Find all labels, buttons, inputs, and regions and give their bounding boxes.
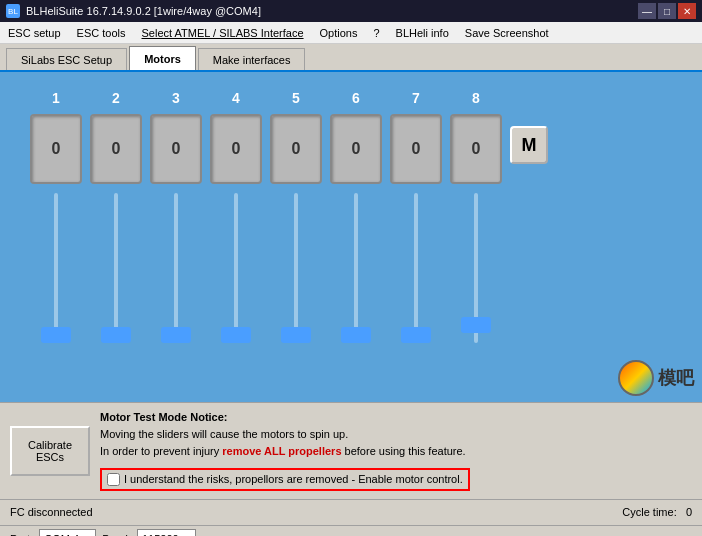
notice-title: Motor Test Mode Notice: bbox=[100, 411, 692, 423]
motor-7-slider-container bbox=[390, 188, 442, 348]
minimize-button[interactable]: — bbox=[638, 3, 656, 19]
enable-motor-checkbox[interactable] bbox=[107, 473, 120, 486]
notice-line2-warning: remove ALL propellers bbox=[222, 445, 341, 457]
motor-3-label: 3 bbox=[172, 90, 180, 106]
status-bar: FC disconnected Cycle time: 0 bbox=[0, 499, 702, 525]
tab-bar: SiLabs ESC Setup Motors Make interfaces bbox=[0, 44, 702, 72]
motor-5-display: 0 bbox=[270, 114, 322, 184]
connection-status: FC disconnected bbox=[10, 506, 93, 518]
motor-7-thumb[interactable] bbox=[401, 327, 431, 343]
motor-3-column: 3 0 bbox=[150, 90, 202, 348]
motor-7-column: 7 0 bbox=[390, 90, 442, 348]
motor-8-display: 0 bbox=[450, 114, 502, 184]
motor-2-display: 0 bbox=[90, 114, 142, 184]
enable-motor-label: I understand the risks, propellors are r… bbox=[124, 473, 463, 485]
motor-3-thumb[interactable] bbox=[161, 327, 191, 343]
app-icon: BL bbox=[6, 4, 20, 18]
motor-5-track bbox=[294, 193, 298, 343]
motor-6-column: 6 0 bbox=[330, 90, 382, 348]
motor-1-column: 1 0 bbox=[30, 90, 82, 348]
menu-options[interactable]: Options bbox=[316, 25, 362, 41]
motor-5-label: 5 bbox=[292, 90, 300, 106]
motor-8-thumb[interactable] bbox=[461, 317, 491, 333]
menu-esc-setup[interactable]: ESC setup bbox=[4, 25, 65, 41]
motor-6-thumb[interactable] bbox=[341, 327, 371, 343]
motor-6-track bbox=[354, 193, 358, 343]
watermark-logo bbox=[618, 360, 654, 396]
enable-motor-control-row: I understand the risks, propellors are r… bbox=[100, 468, 470, 491]
motor-7-display: 0 bbox=[390, 114, 442, 184]
notice-line1: Moving the sliders will cause the motors… bbox=[100, 427, 692, 442]
motor-8-column: 8 0 bbox=[450, 90, 502, 348]
m-button-column: M bbox=[510, 90, 548, 164]
motor-2-slider-container bbox=[90, 188, 142, 348]
watermark: 模吧 bbox=[618, 360, 694, 396]
cycle-time-label: Cycle time: bbox=[622, 506, 676, 518]
notice-panel: Motor Test Mode Notice: Moving the slide… bbox=[100, 411, 692, 491]
main-content: 1 0 2 0 3 0 bbox=[0, 72, 702, 402]
motor-7-label: 7 bbox=[412, 90, 420, 106]
menu-esc-tools[interactable]: ESC tools bbox=[73, 25, 130, 41]
motor-2-label: 2 bbox=[112, 90, 120, 106]
motor-6-slider-container bbox=[330, 188, 382, 348]
motor-6-display: 0 bbox=[330, 114, 382, 184]
title-bar: BL BLHeliSuite 16.7.14.9.0.2 [1wire/4way… bbox=[0, 0, 702, 22]
notice-line2-prefix: In order to prevent injury bbox=[100, 445, 222, 457]
port-bar: Port: COM 1 COM 2 COM 3 COM 4 COM 5 Baud… bbox=[0, 525, 702, 536]
motor-2-track bbox=[114, 193, 118, 343]
tab-silabs[interactable]: SiLabs ESC Setup bbox=[6, 48, 127, 70]
menu-blheli-info[interactable]: BLHeli info bbox=[392, 25, 453, 41]
motor-3-slider-container bbox=[150, 188, 202, 348]
window-controls: — □ ✕ bbox=[638, 3, 696, 19]
app-title: BLHeliSuite 16.7.14.9.0.2 [1wire/4way @C… bbox=[26, 5, 261, 17]
motor-8-label: 8 bbox=[472, 90, 480, 106]
menu-select-interface[interactable]: Select ATMEL / SILABS Interface bbox=[138, 25, 308, 41]
tab-motors[interactable]: Motors bbox=[129, 46, 196, 70]
motor-1-slider-container bbox=[30, 188, 82, 348]
motor-7-track bbox=[414, 193, 418, 343]
bottom-notice-area: Calibrate ESCs Motor Test Mode Notice: M… bbox=[0, 402, 702, 499]
motor-8-track bbox=[474, 193, 478, 343]
maximize-button[interactable]: □ bbox=[658, 3, 676, 19]
watermark-text: 模吧 bbox=[658, 366, 694, 390]
cycle-time-value: 0 bbox=[686, 506, 692, 518]
notice-line2-suffix: before using this feature. bbox=[342, 445, 466, 457]
motor-4-display: 0 bbox=[210, 114, 262, 184]
tab-make-interfaces[interactable]: Make interfaces bbox=[198, 48, 306, 70]
motor-4-track bbox=[234, 193, 238, 343]
motor-6-label: 6 bbox=[352, 90, 360, 106]
close-button[interactable]: ✕ bbox=[678, 3, 696, 19]
motor-4-thumb[interactable] bbox=[221, 327, 251, 343]
motor-1-display: 0 bbox=[30, 114, 82, 184]
motor-1-thumb[interactable] bbox=[41, 327, 71, 343]
motor-3-track bbox=[174, 193, 178, 343]
motors-area: 1 0 2 0 3 0 bbox=[10, 82, 692, 356]
motor-2-column: 2 0 bbox=[90, 90, 142, 348]
port-select[interactable]: COM 1 COM 2 COM 3 COM 4 COM 5 bbox=[39, 529, 96, 536]
menu-help[interactable]: ? bbox=[369, 25, 383, 41]
cycle-time-display: Cycle time: 0 bbox=[622, 506, 692, 518]
motor-5-slider-container bbox=[270, 188, 322, 348]
motor-3-display: 0 bbox=[150, 114, 202, 184]
menu-save-screenshot[interactable]: Save Screenshot bbox=[461, 25, 553, 41]
notice-line2: In order to prevent injury remove ALL pr… bbox=[100, 444, 692, 459]
motor-1-label: 1 bbox=[52, 90, 60, 106]
m-button[interactable]: M bbox=[510, 126, 548, 164]
baud-select[interactable]: 9600 57600 115200 230400 bbox=[137, 529, 196, 536]
motor-8-slider-container bbox=[450, 188, 502, 348]
motor-4-label: 4 bbox=[232, 90, 240, 106]
menu-bar: ESC setup ESC tools Select ATMEL / SILAB… bbox=[0, 22, 702, 44]
motor-2-thumb[interactable] bbox=[101, 327, 131, 343]
motor-4-column: 4 0 bbox=[210, 90, 262, 348]
calibrate-escs-button[interactable]: Calibrate ESCs bbox=[10, 426, 90, 476]
motor-1-track bbox=[54, 193, 58, 343]
motor-5-column: 5 0 bbox=[270, 90, 322, 348]
motor-4-slider-container bbox=[210, 188, 262, 348]
motor-5-thumb[interactable] bbox=[281, 327, 311, 343]
